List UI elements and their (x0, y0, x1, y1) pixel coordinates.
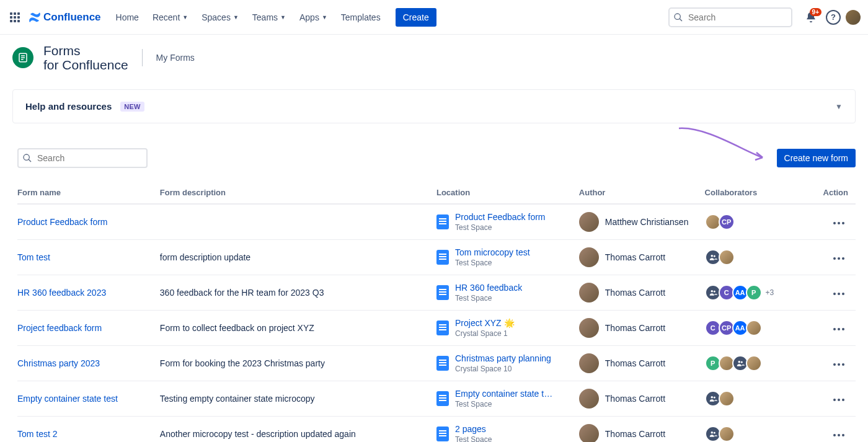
create-new-form-button[interactable]: Create new form (777, 149, 856, 167)
author-name[interactable]: Thomas Carrott (605, 358, 665, 368)
new-lozenge: NEW (120, 102, 144, 112)
product-name: Confluence (43, 11, 101, 24)
chevron-down-icon: ▼ (182, 14, 188, 20)
svg-point-7 (711, 290, 713, 293)
author-avatar[interactable] (579, 283, 599, 303)
author-avatar[interactable] (579, 389, 599, 409)
author-name[interactable]: Thomas Carrott (605, 429, 665, 439)
collaborator-avatar[interactable] (746, 320, 762, 336)
table-row: HR 360 feedback 2023360 feedback for the… (17, 275, 856, 311)
svg-point-3 (24, 154, 29, 160)
col-form-name: Form name (17, 183, 160, 204)
global-search-input[interactable] (668, 7, 792, 27)
page-icon (436, 214, 449, 229)
location-title[interactable]: Project XYZ 🌟 (455, 318, 515, 328)
list-search-input[interactable] (17, 148, 148, 168)
form-name-link[interactable]: Tom test (17, 252, 50, 262)
author-name[interactable]: Thomas Carrott (605, 288, 665, 298)
author-name[interactable]: Thomas Carrott (605, 394, 665, 404)
form-name-link[interactable]: HR 360 feedback 2023 (17, 288, 106, 298)
row-actions-menu[interactable] (830, 430, 848, 440)
help-button[interactable]: ? (826, 10, 841, 25)
svg-point-6 (713, 255, 715, 257)
collaborator-avatar[interactable] (719, 249, 735, 265)
location-space[interactable]: Test Space (455, 294, 522, 303)
app-switcher-icon[interactable] (7, 10, 22, 25)
collab-more-count[interactable]: +3 (766, 288, 774, 297)
nav-recent[interactable]: Recent▼ (146, 7, 194, 27)
page-icon (436, 427, 449, 441)
row-actions-menu[interactable] (830, 395, 848, 405)
location-space[interactable]: Test Space (455, 223, 546, 232)
notifications-button[interactable]: 9+ (801, 7, 821, 27)
notif-badge: 9+ (810, 8, 822, 16)
svg-point-12 (713, 397, 715, 399)
top-nav: Confluence Home Recent▼ Spaces▼ Teams▼ A… (0, 0, 868, 35)
product-logo[interactable]: Confluence (29, 11, 101, 24)
author-name[interactable]: Thomas Carrott (605, 323, 665, 333)
nav-home[interactable]: Home (110, 7, 145, 27)
location-title[interactable]: Tom microcopy test (455, 247, 530, 257)
nav-links: Home Recent▼ Spaces▼ Teams▼ Apps▼ Templa… (110, 7, 387, 27)
author-avatar[interactable] (579, 247, 599, 267)
author-avatar[interactable] (579, 353, 599, 373)
location-title[interactable]: Empty container state te… (455, 389, 554, 399)
list-search[interactable] (17, 148, 148, 168)
location-title[interactable]: HR 360 feedback (455, 283, 522, 293)
location-space[interactable]: Test Space (455, 435, 492, 442)
confluence-icon (29, 11, 41, 24)
form-desc: Form to collect feedback on project XYZ (160, 311, 436, 346)
create-button[interactable]: Create (396, 8, 436, 27)
row-actions-menu[interactable] (830, 289, 848, 299)
form-name-link[interactable]: Empty container state test (17, 394, 118, 404)
help-label: Help and resources (25, 101, 112, 112)
nav-apps[interactable]: Apps▼ (293, 7, 334, 27)
collaborator-avatar[interactable]: P (746, 285, 762, 301)
search-icon (673, 12, 683, 22)
author-avatar[interactable] (579, 318, 599, 338)
table-row: Empty container state testTesting empty … (17, 381, 856, 417)
row-actions-menu[interactable] (830, 254, 848, 263)
svg-point-11 (711, 396, 713, 399)
row-actions-menu[interactable] (830, 360, 848, 369)
svg-point-10 (740, 361, 742, 363)
collaborator-avatar[interactable] (719, 391, 735, 407)
collaborator-avatar[interactable]: CP (719, 214, 735, 230)
breadcrumb-my-forms[interactable]: My Forms (156, 53, 195, 63)
form-name-link[interactable]: Tom test 2 (17, 429, 58, 439)
svg-point-14 (713, 432, 715, 434)
location-title[interactable]: Product Feedback form (455, 212, 546, 222)
form-desc: 360 feedback for the HR team for 2023 Q3 (160, 275, 436, 311)
help-resources-panel[interactable]: Help and resources NEW ▼ (12, 89, 856, 123)
location-space[interactable]: Test Space (455, 259, 530, 267)
page-icon (436, 356, 449, 371)
location-space[interactable]: Crystal Space 1 (455, 329, 515, 338)
row-actions-menu[interactable] (830, 218, 848, 228)
nav-spaces[interactable]: Spaces▼ (195, 7, 245, 27)
col-collaborators: Collaborators (705, 183, 814, 204)
location-title[interactable]: 2 pages (455, 424, 492, 434)
form-name-link[interactable]: Project feedback form (17, 323, 102, 333)
author-name[interactable]: Matthew Christiansen (605, 217, 689, 227)
global-search[interactable] (668, 7, 792, 27)
svg-point-9 (738, 361, 740, 363)
author-avatar[interactable] (579, 424, 599, 442)
location-space[interactable]: Test Space (455, 400, 554, 409)
collaborator-avatar[interactable] (719, 426, 735, 442)
nav-teams[interactable]: Teams▼ (246, 7, 292, 27)
table-row: Tom test 2Another microcopy test - descr… (17, 417, 856, 442)
profile-avatar[interactable] (846, 10, 861, 25)
page-icon (436, 320, 449, 335)
location-title[interactable]: Christmas party planning (455, 353, 551, 363)
author-avatar[interactable] (579, 212, 599, 232)
row-actions-menu[interactable] (830, 324, 848, 334)
author-name[interactable]: Thomas Carrott (605, 252, 665, 262)
form-name-link[interactable]: Product Feedback form (17, 217, 108, 227)
col-location: Location (436, 183, 579, 204)
collaborator-avatar[interactable] (746, 355, 762, 371)
page-icon (436, 250, 449, 265)
nav-templates[interactable]: Templates (335, 7, 387, 27)
form-name-link[interactable]: Christmas party 2023 (17, 358, 100, 368)
form-app-icon (17, 52, 29, 63)
location-space[interactable]: Crystal Space 10 (455, 365, 551, 373)
